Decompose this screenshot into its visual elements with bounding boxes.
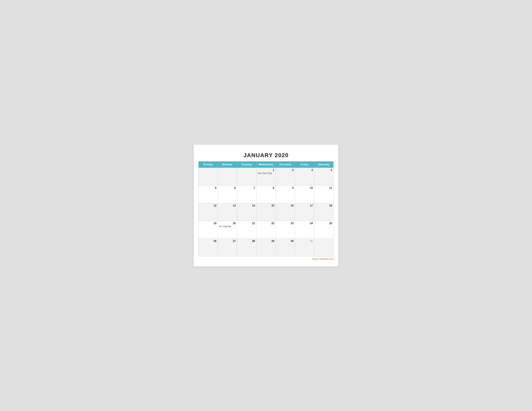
day-cell: 23 [276, 221, 295, 239]
calendar-page: JANUARY 2020 SundayMondayTuesdayWednesda… [193, 144, 339, 267]
day-cell: 4 [314, 168, 333, 185]
holiday-label: New Year's Day [258, 172, 274, 174]
week-row-5: 262728293031 [199, 239, 333, 256]
day-number: 18 [315, 204, 332, 207]
day-number: 1 [258, 169, 274, 172]
day-cell: 2 [276, 168, 295, 185]
day-number: 24 [296, 222, 313, 225]
day-number: 23 [277, 222, 294, 225]
header-day-friday: Friday [295, 161, 314, 168]
day-cell: 9 [276, 185, 295, 203]
day-number: 30 [277, 240, 294, 243]
day-number: 29 [258, 240, 274, 243]
week-row-2: 567891011 [199, 185, 333, 203]
day-cell: 18 [314, 203, 333, 221]
day-number: 3 [296, 169, 313, 172]
day-number: 9 [277, 187, 294, 189]
day-number: 5 [200, 187, 217, 189]
header-row: SundayMondayTuesdayWednesdayThursdayFrid… [199, 161, 333, 168]
day-cell: 29 [256, 239, 276, 256]
footer-url: blank-calendar.com [199, 258, 333, 260]
day-cell: 14 [237, 203, 256, 221]
header-day-saturday: Saturday [314, 161, 333, 168]
day-cell [199, 168, 218, 185]
day-cell: 25 [314, 221, 333, 239]
day-number: 19 [200, 222, 217, 225]
day-number: 17 [296, 204, 313, 207]
day-cell: 19 [199, 221, 218, 239]
day-number: 10 [296, 187, 313, 189]
day-cell: 20M L King Day [218, 221, 237, 239]
day-cell: 8 [256, 185, 276, 203]
header-day-monday: Monday [218, 161, 237, 168]
day-cell: 10 [295, 185, 314, 203]
day-number: 21 [238, 222, 255, 225]
day-number: 27 [219, 240, 236, 243]
day-cell: 26 [199, 239, 218, 256]
day-cell: 11 [314, 185, 333, 203]
day-cell: 30 [276, 239, 295, 256]
calendar-body: 1New Year's Day2345678910111213141516171… [199, 168, 333, 256]
day-number: 6 [219, 187, 236, 189]
day-number: 14 [238, 204, 255, 207]
day-cell: 21 [237, 221, 256, 239]
day-number: 8 [258, 187, 274, 189]
day-number: 11 [315, 187, 332, 189]
holiday-label: M L King Day [219, 225, 236, 228]
day-cell [237, 168, 256, 185]
day-cell: 24 [295, 221, 314, 239]
day-number: 22 [258, 222, 274, 225]
header-day-tuesday: Tuesday [237, 161, 256, 168]
day-number: 2 [277, 169, 294, 172]
week-row-1: 1New Year's Day234 [199, 168, 333, 185]
day-cell [218, 168, 237, 185]
day-number: 7 [238, 187, 255, 189]
day-number: 26 [200, 240, 217, 243]
day-cell [314, 239, 333, 256]
day-number: 20 [219, 222, 236, 225]
day-cell: 27 [218, 239, 237, 256]
day-cell: 13 [218, 203, 237, 221]
day-cell: 15 [256, 203, 276, 221]
week-row-3: 12131415161718 [199, 203, 333, 221]
day-number: 4 [315, 169, 332, 172]
calendar-title: JANUARY 2020 [199, 149, 333, 161]
day-cell: 22 [256, 221, 276, 239]
day-cell: 5 [199, 185, 218, 203]
day-cell: 12 [199, 203, 218, 221]
header-day-thursday: Thursday [276, 161, 295, 168]
day-cell: 6 [218, 185, 237, 203]
day-cell: 7 [237, 185, 256, 203]
day-number: 16 [277, 204, 294, 207]
day-cell: 1New Year's Day [256, 168, 276, 185]
day-number: 12 [200, 204, 217, 207]
week-row-4: 1920M L King Day2122232425 [199, 221, 333, 239]
calendar-table: SundayMondayTuesdayWednesdayThursdayFrid… [199, 161, 333, 256]
day-number: 15 [258, 204, 274, 207]
day-cell: 31 [295, 239, 314, 256]
day-cell: 17 [295, 203, 314, 221]
day-cell: 28 [237, 239, 256, 256]
header-day-wednesday: Wednesday [256, 161, 276, 168]
header-day-sunday: Sunday [199, 161, 218, 168]
day-cell: 16 [276, 203, 295, 221]
day-number: 31 [296, 240, 313, 243]
day-cell: 3 [295, 168, 314, 185]
day-number: 28 [238, 240, 255, 243]
day-number: 13 [219, 204, 236, 207]
day-number: 25 [315, 222, 332, 225]
